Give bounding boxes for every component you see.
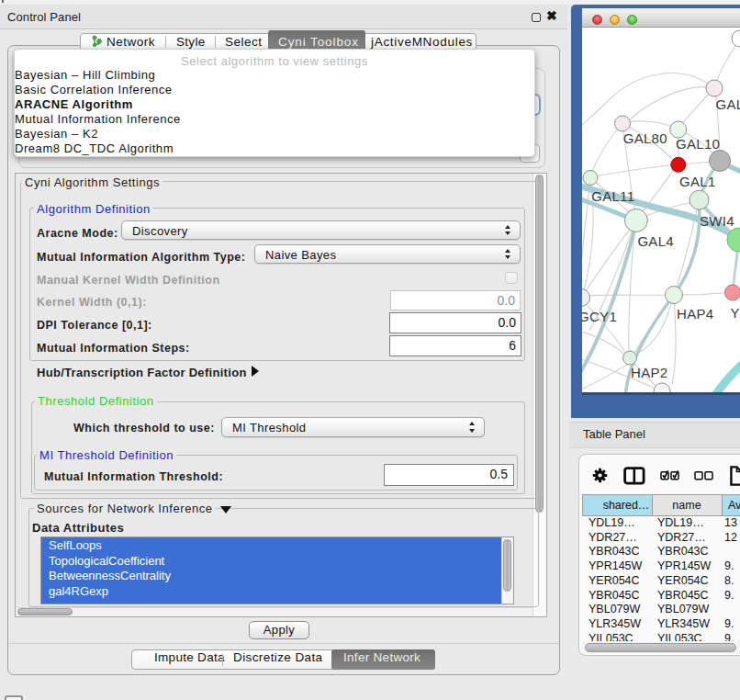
svg-text:GAL11: GAL11	[591, 188, 634, 204]
svg-text:SWI4: SWI4	[700, 213, 734, 229]
svg-text:GAL: GAL	[716, 96, 740, 112]
svg-text:HAP2: HAP2	[631, 365, 667, 380]
svg-text:GAL1: GAL1	[679, 174, 716, 189]
svg-text:GAL80: GAL80	[623, 130, 667, 146]
svg-text:Y: Y	[730, 305, 739, 321]
svg-text:GAL4: GAL4	[637, 233, 674, 249]
svg-text:GCY1: GCY1	[582, 309, 617, 324]
svg-text:GAL10: GAL10	[676, 136, 720, 152]
svg-text:HAP4: HAP4	[677, 306, 713, 322]
